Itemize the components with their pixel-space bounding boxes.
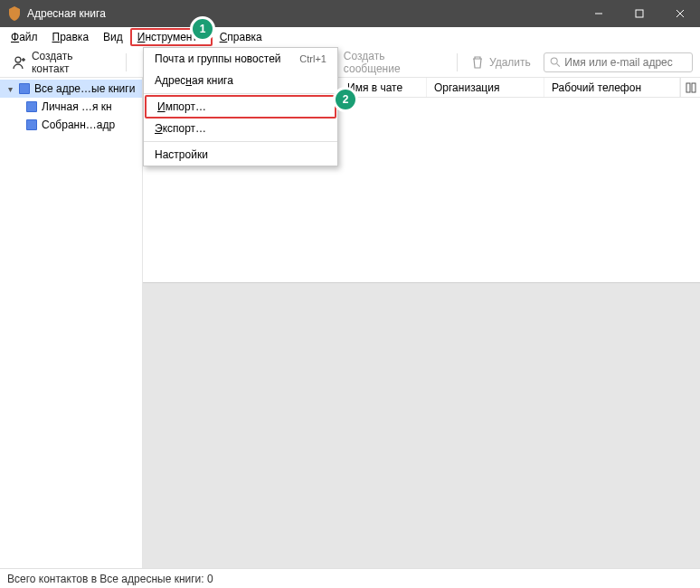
menu-edit[interactable]: Правка (45, 29, 97, 45)
search-icon (550, 56, 561, 69)
dropdown-item-label: Экспорт… (155, 122, 206, 135)
svg-rect-0 (636, 10, 643, 17)
menu-help[interactable]: Справка (213, 29, 270, 45)
minimize-button[interactable] (578, 0, 619, 27)
svg-point-2 (551, 57, 557, 63)
toolbar-divider (126, 53, 127, 71)
tree-item-all-books[interactable]: ▾ Все адре…ые книги (0, 80, 142, 98)
dropdown-export[interactable]: Экспорт… (144, 118, 337, 139)
app-icon (7, 6, 22, 21)
book-icon (25, 100, 38, 113)
column-picker-button[interactable] (680, 78, 700, 97)
new-contact-label: Создать контакт (32, 50, 113, 75)
dropdown-item-label: Почта и группы новостей (155, 52, 281, 65)
chevron-down-icon: ▾ (5, 84, 14, 94)
tree-item-label: Собранн…адр (42, 119, 115, 131)
dropdown-address-book[interactable]: Адресная книга (144, 70, 337, 91)
toolbar: Создать контакт Создать сообщение Удалит… (0, 47, 700, 78)
dropdown-settings[interactable]: Настройки (144, 144, 337, 166)
close-button[interactable] (659, 0, 700, 27)
book-icon (25, 119, 38, 131)
tree-item-collected[interactable]: Собранн…адр (0, 116, 142, 134)
dropdown-item-label: Импорт… (157, 100, 206, 113)
titlebar: Адресная книга (0, 0, 700, 27)
menubar: Файл Правка Вид Инструменты Справка (0, 27, 700, 47)
compose-message-label: Создать сообщение (344, 50, 444, 75)
tree-item-personal[interactable]: Личная …я кн (0, 98, 142, 116)
dropdown-shortcut: Ctrl+1 (299, 53, 326, 64)
body-area: ▾ Все адре…ые книги Личная …я кн Собранн… (0, 78, 700, 568)
column-org[interactable]: Организация (427, 78, 544, 97)
menu-view[interactable]: Вид (96, 29, 130, 45)
dropdown-import[interactable]: Импорт… (145, 95, 336, 119)
window-title: Адресная книга (27, 7, 578, 20)
annotation-badge-2: 2 (333, 87, 358, 112)
search-box[interactable] (544, 52, 693, 72)
new-contact-button[interactable]: Создать контакт (7, 47, 118, 78)
book-icon (18, 82, 31, 95)
dropdown-separator (144, 93, 337, 94)
svg-point-1 (15, 57, 21, 62)
preview-pane (143, 282, 700, 568)
svg-rect-8 (27, 120, 36, 129)
delete-label: Удалить (489, 56, 531, 69)
dropdown-item-label: Настройки (155, 148, 208, 161)
sidebar: ▾ Все адре…ые книги Личная …я кн Собранн… (0, 78, 143, 568)
svg-rect-10 (692, 83, 695, 92)
tools-dropdown: Почта и группы новостей Ctrl+1 Адресная … (143, 47, 338, 166)
person-plus-icon (13, 55, 27, 70)
column-picker-icon (686, 82, 696, 93)
status-text: Всего контактов в Все адресные книги: 0 (7, 573, 213, 585)
dropdown-mail-groups[interactable]: Почта и группы новостей Ctrl+1 (144, 48, 337, 70)
toolbar-divider-2 (457, 53, 458, 71)
column-work-phone[interactable]: Рабочий телефон (544, 78, 680, 97)
menu-help-label: правка (227, 31, 261, 43)
tree-item-label: Все адре…ые книги (34, 82, 135, 95)
menu-file[interactable]: Файл (4, 29, 45, 45)
svg-rect-4 (20, 84, 29, 93)
annotation-badge-1: 1 (190, 16, 215, 42)
tree-root: ▾ Все адре…ые книги Личная …я кн Собранн… (0, 78, 142, 136)
window-controls (578, 0, 700, 27)
menu-file-label: айл (19, 31, 37, 43)
svg-rect-6 (27, 102, 36, 111)
tree-item-label: Личная …я кн (42, 100, 112, 113)
svg-rect-9 (686, 83, 690, 92)
trash-icon (470, 55, 485, 70)
compose-message-button[interactable]: Создать сообщение (319, 47, 449, 78)
search-input[interactable] (564, 56, 686, 69)
dropdown-item-label: Адресная книга (155, 74, 233, 87)
maximize-button[interactable] (619, 0, 659, 27)
delete-button[interactable]: Удалить (465, 52, 536, 72)
statusbar: Всего контактов в Все адресные книги: 0 (0, 568, 700, 588)
dropdown-separator (144, 141, 337, 142)
menu-edit-label: равка (60, 31, 89, 43)
